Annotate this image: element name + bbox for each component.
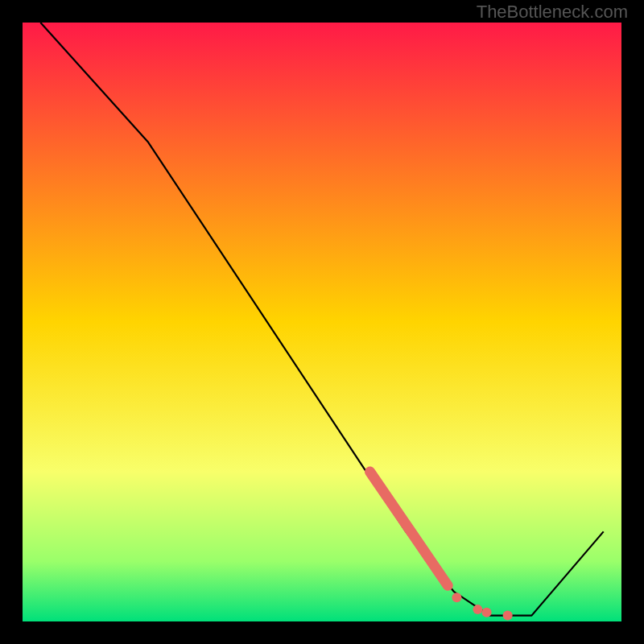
highlight-dot (452, 592, 461, 602)
gradient-plot-area (23, 23, 621, 621)
highlight-dot (503, 611, 513, 621)
highlight-dot (482, 608, 492, 617)
bottleneck-chart (0, 0, 644, 644)
watermark-text: TheBottleneck.com (477, 2, 628, 23)
highlight-dot (473, 605, 482, 614)
chart-frame: TheBottleneck.com (0, 0, 644, 644)
